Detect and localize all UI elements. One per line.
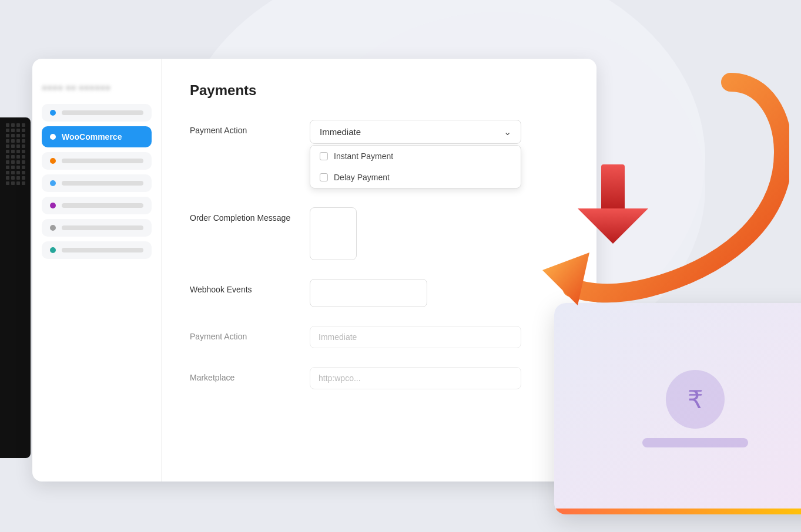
payment-action-row-2: Payment Action Immediate	[190, 326, 568, 348]
sidebar-item-text	[62, 181, 143, 186]
arrow-overlay	[495, 35, 789, 329]
sidebar: ●●●● ●● ●●●●●● WooCommerce	[32, 59, 162, 482]
sidebar-item-1[interactable]	[42, 104, 152, 122]
marketplace-field: http:wpco...	[310, 367, 568, 389]
dot-icon	[50, 203, 56, 208]
payment-action-dropdown[interactable]: Immediate ⌄	[310, 120, 521, 144]
order-completion-input[interactable]	[310, 207, 357, 260]
sidebar-item-woocommerce[interactable]: WooCommerce	[42, 126, 152, 147]
dot-icon	[50, 158, 56, 164]
option-checkbox[interactable]	[320, 173, 328, 181]
svg-rect-1	[601, 164, 625, 211]
dropdown-value: Immediate	[320, 127, 361, 137]
option-label: Delay Payment	[334, 173, 390, 182]
deco-card-inner: ₹	[554, 303, 801, 514]
marketplace-label: Marketplace	[190, 367, 296, 382]
dot-icon	[50, 247, 56, 253]
deco-card: ₹	[554, 303, 801, 514]
sidebar-item-4[interactable]	[42, 174, 152, 192]
deco-card-edge	[554, 509, 801, 514]
webhook-input[interactable]	[310, 279, 427, 307]
dropdown-option-delay[interactable]: Delay Payment	[310, 167, 521, 188]
webhook-events-label: Webhook Events	[190, 279, 296, 294]
sidebar-item-text	[62, 248, 143, 252]
payment-action-label: Payment Action	[190, 120, 296, 135]
sidebar-item-text	[62, 159, 143, 163]
marketplace-input[interactable]: http:wpco...	[310, 367, 521, 389]
sidebar-item-7[interactable]	[42, 241, 152, 259]
sidebar-item-5[interactable]	[42, 197, 152, 214]
rupee-icon: ₹	[688, 385, 703, 414]
sidebar-item-text	[62, 203, 143, 208]
sidebar-item-label: WooCommerce	[62, 132, 122, 142]
dot-icon	[50, 225, 56, 231]
left-strip	[0, 117, 31, 458]
dropdown-options: Instant Payment Delay Payment	[310, 145, 521, 188]
svg-marker-2	[578, 208, 648, 244]
deco-bar	[642, 438, 748, 447]
sidebar-item-text	[62, 225, 143, 230]
marketplace-row: Marketplace http:wpco...	[190, 367, 568, 389]
payment-action-label-2: Payment Action	[190, 326, 296, 341]
sidebar-item-text	[62, 110, 143, 115]
sidebar-item-3[interactable]	[42, 152, 152, 170]
dot-icon	[50, 134, 56, 140]
dot-icon	[50, 180, 56, 186]
dropdown-option-instant[interactable]: Instant Payment	[310, 146, 521, 167]
red-arrow-container	[578, 164, 648, 249]
dot-icon	[50, 110, 56, 116]
rupee-circle: ₹	[666, 370, 725, 429]
option-checkbox[interactable]	[320, 152, 328, 160]
sidebar-title: ●●●● ●● ●●●●●●	[42, 82, 152, 92]
sidebar-item-6[interactable]	[42, 219, 152, 237]
payment-action-field-2: Immediate	[310, 326, 568, 348]
option-label: Instant Payment	[334, 151, 393, 161]
order-completion-label: Order Completion Message	[190, 207, 296, 223]
payment-action-input-2[interactable]: Immediate	[310, 326, 521, 348]
red-arrow-svg	[578, 164, 648, 247]
